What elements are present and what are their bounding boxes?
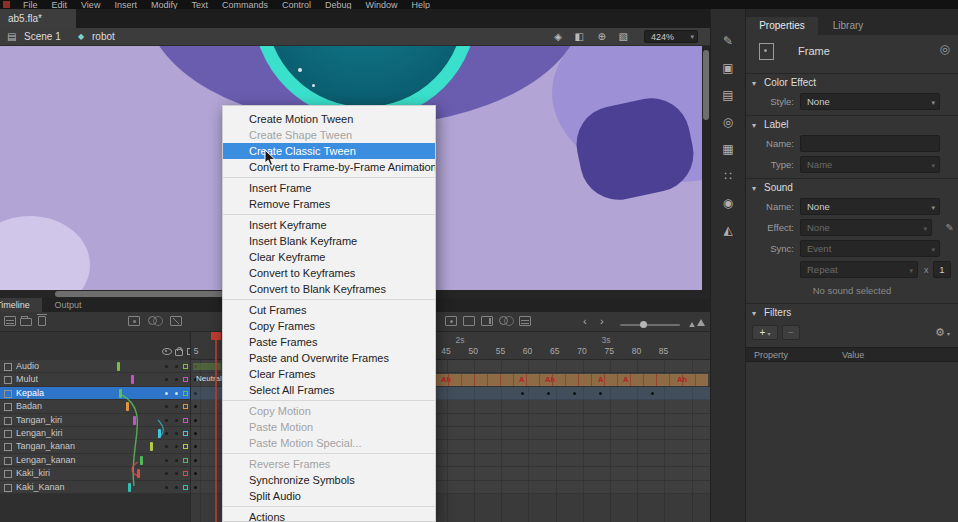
style-select[interactable]: None ▾ (800, 93, 940, 110)
section-filters[interactable]: ▾ Filters (746, 307, 958, 321)
visibility-dot[interactable] (165, 378, 168, 381)
menu-text[interactable]: Text (184, 0, 215, 9)
menu-insert[interactable]: Insert (107, 0, 144, 9)
breadcrumb-scene[interactable]: Scene 1 (24, 28, 61, 46)
tab-properties[interactable]: Properties (746, 17, 818, 35)
outline-swatch[interactable] (183, 377, 188, 382)
visibility-dot[interactable] (165, 392, 168, 395)
outline-swatch[interactable] (183, 418, 188, 423)
lock-dot[interactable] (175, 419, 178, 422)
add-filter-button[interactable]: +▾ (752, 325, 778, 340)
center-stage-icon[interactable]: ⊕ (598, 28, 606, 46)
zoom-in-frames-icon[interactable] (697, 319, 705, 326)
new-layer-icon[interactable] (4, 316, 16, 326)
prev-frame-icon[interactable]: ‹ (583, 314, 587, 329)
scrollbar-thumb[interactable] (55, 291, 225, 297)
layer-mulut[interactable]: Mulut (0, 373, 190, 386)
lock-dot[interactable] (175, 392, 178, 395)
label-name-input[interactable] (800, 135, 940, 152)
outline-swatch[interactable] (183, 485, 188, 490)
graph-view-icon[interactable] (170, 316, 182, 326)
menu-item-clear-keyframe[interactable]: Clear Keyframe (223, 249, 435, 265)
tab-output[interactable]: Output (44, 298, 92, 312)
layer-tangan-kiri[interactable]: Tangan_kiri (0, 414, 190, 427)
menu-item-split-audio[interactable]: Split Audio (223, 488, 435, 504)
menu-item-insert-blank-keyframe[interactable]: Insert Blank Keyframe (223, 233, 435, 249)
edit-multiple-frames-icon[interactable] (519, 316, 531, 326)
outline-swatch[interactable] (183, 364, 188, 369)
menu-view[interactable]: View (74, 0, 107, 9)
filter-options-button[interactable]: ⚙▾ (935, 326, 950, 339)
layer-kaki-kiri[interactable]: Kaki_kiri (0, 467, 190, 480)
sound-name-select[interactable]: None ▾ (800, 198, 940, 215)
insert-frame-icon[interactable] (481, 316, 493, 326)
menu-item-convert-to-frame-by-frame-animation[interactable]: Convert to Frame-by-Frame Animation› (223, 159, 435, 175)
outline-swatch[interactable] (183, 458, 188, 463)
tab-library[interactable]: Library (818, 17, 878, 35)
info-icon[interactable]: ◎ (711, 114, 745, 130)
lock-dot[interactable] (175, 405, 178, 408)
menu-item-create-classic-tween[interactable]: Create Classic Tween (223, 143, 435, 159)
document-tab[interactable]: ab5.fla* (0, 9, 76, 28)
menu-item-synchronize-symbols[interactable]: Synchronize Symbols (223, 472, 435, 488)
zoom-out-frames-icon[interactable] (689, 322, 695, 327)
outline-swatch[interactable] (183, 391, 188, 396)
outline-swatch[interactable] (183, 471, 188, 476)
breadcrumb-symbol[interactable]: robot (92, 28, 115, 46)
menu-edit[interactable]: Edit (45, 0, 75, 9)
visibility-dot[interactable] (165, 419, 168, 422)
lock-dot[interactable] (175, 472, 178, 475)
brush-icon[interactable]: ✎ (711, 33, 745, 49)
menu-item-clear-frames[interactable]: Clear Frames (223, 366, 435, 382)
slider-knob[interactable] (640, 321, 647, 328)
menu-item-create-motion-tween[interactable]: Create Motion Tween (223, 111, 435, 127)
camera-icon[interactable] (128, 316, 140, 326)
menu-item-insert-keyframe[interactable]: Insert Keyframe (223, 217, 435, 233)
delete-layer-icon[interactable] (38, 316, 46, 326)
menu-modify[interactable]: Modify (144, 0, 185, 9)
lock-dot[interactable] (175, 459, 178, 462)
visibility-dot[interactable] (165, 445, 168, 448)
menu-item-paste-and-overwrite-frames[interactable]: Paste and Overwrite Frames (223, 350, 435, 366)
menu-item-convert-to-blank-keyframes[interactable]: Convert to Blank Keyframes (223, 281, 435, 297)
visibility-dot[interactable] (165, 472, 168, 475)
menu-item-paste-frames[interactable]: Paste Frames (223, 334, 435, 350)
scrollbar-thumb[interactable] (703, 50, 709, 120)
outline-swatch[interactable] (183, 431, 188, 436)
align-icon[interactable]: ▤ (711, 87, 745, 103)
layer-tangan-kanan[interactable]: Tangan_kanan (0, 440, 190, 453)
menu-item-copy-frames[interactable]: Copy Frames (223, 318, 435, 334)
menu-window[interactable]: Window (359, 0, 405, 9)
frames-icon[interactable]: ▣ (711, 60, 745, 76)
section-sound[interactable]: ▾ Sound (746, 182, 958, 196)
menu-control[interactable]: Control (275, 0, 318, 9)
layer-kaki-kanan[interactable]: Kaki_Kanan (0, 481, 190, 494)
grid-icon[interactable]: ▦ (711, 141, 745, 157)
visibility-dot[interactable] (165, 365, 168, 368)
menu-file[interactable]: File (16, 0, 45, 9)
section-label[interactable]: ▾ Label (746, 119, 958, 133)
timeline-zoom-slider[interactable] (620, 324, 680, 326)
lock-dot[interactable] (175, 378, 178, 381)
paint-bucket-icon[interactable]: ◧ (575, 28, 584, 46)
edit-symbol-icon[interactable]: ◈ (554, 28, 562, 46)
visibility-dot[interactable] (165, 486, 168, 489)
menu-item-insert-frame[interactable]: Insert Frame (223, 180, 435, 196)
graph-icon[interactable]: ◭ (711, 222, 745, 238)
new-folder-icon[interactable] (20, 318, 32, 326)
menu-item-cut-frames[interactable]: Cut Frames (223, 302, 435, 318)
menu-help[interactable]: Help (405, 0, 438, 9)
tab-timeline[interactable]: Timeline (0, 298, 42, 312)
layer-lengan-kiri[interactable]: Lengan_kiri (0, 427, 190, 440)
lock-dot[interactable] (175, 365, 178, 368)
outline-swatch[interactable] (183, 404, 188, 409)
layer-lengan-kanan[interactable]: Lengan_kanan (0, 454, 190, 467)
snap-icon[interactable]: ∷ (711, 168, 745, 184)
menu-item-convert-to-keyframes[interactable]: Convert to Keyframes (223, 265, 435, 281)
layer-audio[interactable]: Audio (0, 360, 190, 373)
visibility-dot[interactable] (165, 459, 168, 462)
menu-debug[interactable]: Debug (318, 0, 359, 9)
parenting-view-icon[interactable] (148, 316, 157, 325)
visibility-dot[interactable] (165, 405, 168, 408)
visibility-dot[interactable] (165, 432, 168, 435)
